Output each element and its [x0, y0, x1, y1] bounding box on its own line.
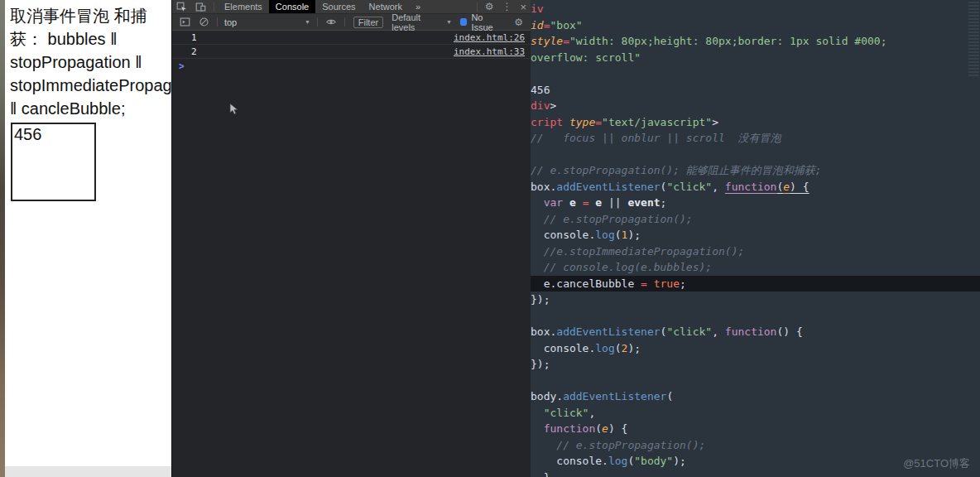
- code-line: function(e) {: [531, 421, 980, 437]
- code-line: //e.stopImmediatePropagation();: [531, 243, 980, 260]
- console-source-link[interactable]: index.html:26: [454, 32, 525, 43]
- code-line: [531, 308, 980, 325]
- code-line: style="width: 80px;height: 80px;border: …: [531, 33, 980, 50]
- divider: [477, 2, 478, 12]
- page-text-line: ‖ cancleBubble;: [10, 97, 171, 120]
- code-line: e.cancelBubble = true;: [531, 276, 980, 292]
- page-text-line: 取消事件冒泡 和捕: [10, 4, 171, 27]
- code-line: // focus || onblur || scroll 没有冒泡: [531, 130, 980, 147]
- chevron-down-icon: ▼: [446, 19, 452, 25]
- prompt-chevron-icon: >: [179, 60, 185, 72]
- code-line: var e = e || event;: [531, 195, 980, 211]
- page-paragraph: 取消事件冒泡 和捕 获： bubbles ‖ stopPropagation ‖…: [5, 0, 171, 120]
- divider: [214, 2, 214, 12]
- divider: [217, 17, 218, 26]
- page-text-line: 获： bubbles ‖: [10, 27, 171, 51]
- code-line: });: [531, 292, 980, 308]
- clear-console-icon[interactable]: [195, 17, 214, 27]
- tab-elements[interactable]: Elements: [218, 0, 269, 13]
- code-line: box.addEventListener("click", function(e…: [531, 179, 980, 195]
- divider: [344, 17, 345, 26]
- page-text-line: stopPropagation ‖: [10, 51, 171, 74]
- close-icon[interactable]: ×: [516, 0, 531, 13]
- screen: 取消事件冒泡 和捕 获： bubbles ‖ stopPropagation ‖…: [0, 0, 980, 477]
- code-line: cript type="text/javascript">: [531, 114, 980, 131]
- window-bottom-edge: [5, 466, 171, 477]
- console-sidebar-icon[interactable]: [175, 17, 195, 27]
- inspect-icon[interactable]: [172, 0, 191, 13]
- code-line: console.log(1);: [531, 227, 980, 243]
- code-line: // e.stopPropagation(); 能够阻止事件的冒泡和捕获;: [531, 162, 980, 179]
- code-line: "click",: [531, 405, 980, 422]
- code-line: div>: [531, 98, 980, 114]
- page-text-line: stopImmediatePropag: [10, 74, 171, 97]
- context-selector[interactable]: top ▼: [221, 17, 314, 27]
- editor-minimap[interactable]: [968, 2, 979, 78]
- code-line: console.log(2);: [531, 340, 980, 357]
- code-line: iv: [531, 1, 980, 17]
- divider: [317, 17, 318, 26]
- filter-input[interactable]: Filter: [353, 17, 383, 28]
- console-log-message: 2: [191, 46, 197, 57]
- issues-counter[interactable]: No Issue: [455, 12, 510, 32]
- code-line: [531, 65, 980, 82]
- device-toolbar-icon[interactable]: [191, 0, 210, 13]
- code-line: id="box": [531, 17, 980, 34]
- console-toolbar: top ▼ Filter Default levels ▼ No Issue ⚙: [172, 14, 531, 31]
- mouse-cursor: [229, 103, 238, 115]
- code-line: overflow: scroll": [531, 50, 980, 66]
- issue-square-icon: [460, 18, 467, 26]
- console-log-row: 1index.html:26: [172, 31, 531, 45]
- eye-icon[interactable]: [321, 17, 341, 27]
- code-line: box.addEventListener("click", function()…: [531, 324, 980, 340]
- code-line: body.addEventListener(: [531, 388, 980, 405]
- issues-label: No Issue: [471, 12, 505, 32]
- code-line: // e.stopPropagation();: [531, 211, 980, 228]
- code-line: [531, 373, 980, 389]
- code-line: [531, 147, 980, 163]
- devtools-panel: ElementsConsoleSourcesNetwork» ⚙ ⋮ × top…: [171, 0, 531, 477]
- code-line: 456: [531, 82, 980, 99]
- console-log-row: 2index.html:33: [172, 45, 531, 59]
- console-messages: 1index.html:262index.html:33 >: [172, 31, 531, 73]
- watermark: @51CTO博客: [903, 456, 970, 471]
- console-log-message: 1: [191, 32, 197, 43]
- chevron-down-icon: ▼: [305, 19, 310, 25]
- console-source-link[interactable]: index.html:33: [454, 46, 525, 57]
- log-levels-dropdown[interactable]: Default levels ▼: [388, 12, 455, 32]
- context-selector-value: top: [224, 17, 237, 27]
- code-line: });: [531, 356, 980, 373]
- code-editor[interactable]: ivid="box"style="width: 80px;height: 80p…: [531, 0, 980, 477]
- console-settings-gear-icon[interactable]: ⚙: [510, 17, 527, 27]
- tab-console[interactable]: Console: [269, 0, 315, 13]
- code-content: ivid="box"style="width: 80px;height: 80p…: [531, 0, 980, 477]
- scroll-demo-box[interactable]: 456: [11, 123, 96, 201]
- log-levels-label: Default levels: [392, 12, 443, 32]
- code-line: // console.log(e.bubbles);: [531, 259, 980, 276]
- browser-page: 取消事件冒泡 和捕 获： bubbles ‖ stopPropagation ‖…: [5, 0, 171, 477]
- code-line: // e.stopPropagation();: [531, 437, 980, 454]
- console-prompt[interactable]: >: [172, 59, 531, 73]
- tab-sources[interactable]: Sources: [315, 0, 362, 13]
